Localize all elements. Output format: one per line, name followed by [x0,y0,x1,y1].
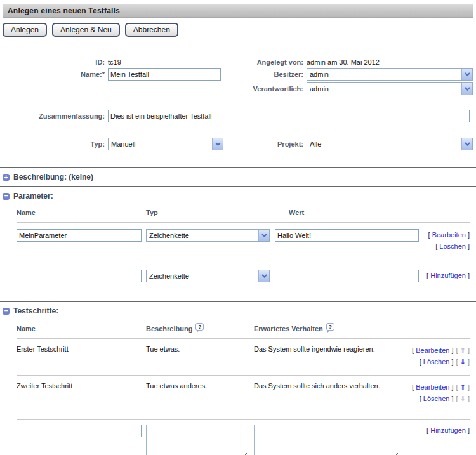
step-name: Zweiter Testschritt [17,381,146,390]
projekt-select[interactable]: Alle [307,138,473,150]
new-step-beschreibung-textarea[interactable] [146,425,248,455]
col-header-name: Name [17,325,146,333]
parameter-name-input[interactable] [17,229,142,242]
move-up-link: ⇑ [460,346,466,354]
angelegt-von-value: admin am 30. Mai 2012 [303,58,473,66]
step-verhalten: Das System sollte irgendwie reagieren. [254,345,405,353]
parameter-table-header: Name Typ Wert [17,205,470,223]
step-verhalten: Das System sollte sich anders verhalten. [254,381,405,390]
help-icon[interactable]: ? [195,323,204,331]
col-header-beschreibung: Beschreibung [146,325,192,333]
move-down-link[interactable]: ⇓ [460,358,466,366]
col-header-wert: Wert [275,209,419,216]
testschritte-table: Name Beschreibung ? Erwartetes Verhalten… [17,320,470,455]
step-hinzufuegen-link[interactable]: Hinzufügen [430,426,466,434]
parameter-hinzufuegen-link[interactable]: Hinzufügen [430,272,466,279]
typ-label: Typ: [0,140,105,148]
create-testcase-page: Anlegen eines neuen Testfalls Anlegen An… [0,0,476,455]
step-loeschen-link[interactable]: Löschen [423,358,450,366]
anlegen-neu-button[interactable]: Anlegen & Neu [52,23,120,37]
step-bearbeiten-link[interactable]: Bearbeiten [416,383,449,391]
beschreibung-section-title: Beschreibung: (keine) [13,173,93,181]
new-parameter-typ-select[interactable]: Zeichenkette [146,270,270,282]
abbrechen-button[interactable]: Abbrechen [125,23,178,37]
verantwortlich-select-value: admin [307,85,461,93]
page-titlebar: Anlegen eines neuen Testfalls [3,4,473,18]
zusammenfassung-input[interactable] [108,110,470,122]
parameter-row: Zeichenkette [ Bearbeiten ] [ Löschen [17,223,470,265]
step-loeschen-link[interactable]: Löschen [423,395,450,402]
name-input[interactable] [108,68,221,81]
new-step-name-input[interactable] [17,425,142,437]
chevron-down-icon [461,138,472,150]
id-value: tc19 [105,58,235,66]
name-label: Name:* [0,70,105,78]
step-beschreibung: Tue etwas anderes. [146,381,254,390]
col-header-name: Name [17,209,146,216]
page-title: Anlegen eines neuen Testfalls [3,6,120,15]
toolbar: Anlegen Anlegen & Neu Abbrechen [3,23,476,37]
typ-select-value: Manuell [109,140,212,148]
anlegen-button[interactable]: Anlegen [3,23,47,37]
section-beschreibung: + Beschreibung: (keine) [0,168,476,186]
parameter-typ-select[interactable]: Zeichenkette [146,229,270,242]
parameter-typ-select-value: Zeichenkette [147,232,258,239]
besitzer-label: Besitzer: [235,70,303,78]
verantwortlich-label: Verantwortlich: [235,85,303,93]
chevron-down-icon [461,83,472,95]
angelegt-von-label: Angelegt von: [235,58,303,66]
verantwortlich-select[interactable]: admin [307,82,473,95]
section-parameter: − Parameter: [0,187,476,205]
parameter-loeschen-link[interactable]: Löschen [439,242,466,250]
testcase-form: ID: tc19 Angelegt von: admin am 30. Mai … [0,58,476,150]
zusammenfassung-label: Zusammenfassung: [0,112,105,120]
new-step-verhalten-textarea[interactable] [254,425,399,455]
chevron-down-icon [258,230,269,241]
parameter-section-title: Parameter: [13,192,53,201]
collapse-minus-icon[interactable]: − [3,308,10,315]
testschritt-add-row: [ Hinzufügen ] [17,420,470,455]
new-parameter-wert-input[interactable] [275,270,419,282]
new-parameter-typ-select-value: Zeichenkette [147,272,258,280]
step-beschreibung: Tue etwas. [146,345,254,353]
besitzer-select[interactable]: admin [307,68,473,81]
expand-plus-icon[interactable]: + [3,174,10,181]
testschritte-table-header: Name Beschreibung ? Erwartetes Verhalten… [17,320,470,339]
testschritte-section-title: Testschritte: [13,307,58,315]
chevron-down-icon [212,138,223,150]
section-testschritte: − Testschritte: [0,302,476,320]
step-bearbeiten-link[interactable]: Bearbeiten [416,346,449,354]
parameter-wert-input[interactable] [275,229,419,242]
parameter-bearbeiten-link[interactable]: Bearbeiten [432,231,466,239]
chevron-down-icon [258,270,269,282]
parameter-add-row: Zeichenkette [ Hinzufügen ] [17,265,470,282]
step-name: Erster Testschritt [17,345,146,353]
col-header-erwartetes-verhalten: Erwartetes Verhalten [254,325,323,333]
collapse-minus-icon[interactable]: − [3,193,10,200]
chevron-down-icon [461,69,472,80]
testschritt-row: Erster Testschritt Tue etwas. Das System… [17,339,470,376]
besitzer-select-value: admin [307,70,461,78]
move-up-link[interactable]: ⇑ [460,383,466,391]
move-down-link: ⇓ [460,395,466,402]
new-parameter-name-input[interactable] [17,270,142,282]
projekt-select-value: Alle [307,140,461,148]
col-header-typ: Typ [146,209,275,216]
help-icon[interactable]: ? [326,323,334,331]
id-label: ID: [0,58,105,66]
projekt-label: Projekt: [235,140,303,148]
parameter-table: Name Typ Wert Zeichenkette [17,205,470,282]
testschritt-row: Zweiter Testschritt Tue etwas anderes. D… [17,376,470,420]
typ-select[interactable]: Manuell [108,138,223,150]
